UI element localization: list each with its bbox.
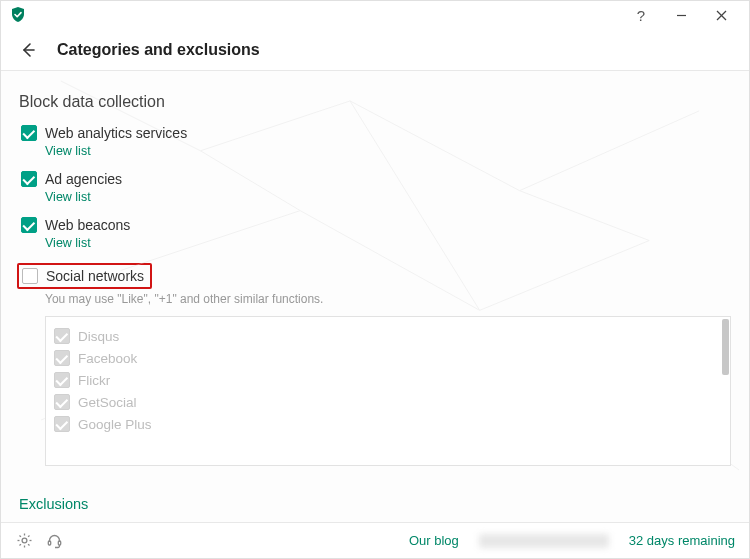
exclusions-link[interactable]: Exclusions: [19, 496, 88, 512]
checkbox-facebook: [54, 350, 70, 366]
svg-rect-14: [58, 541, 60, 545]
category-social-networks: Social networks You may use "Like", "+1"…: [19, 263, 731, 466]
view-list-link-ad-agencies[interactable]: View list: [45, 190, 91, 204]
blog-link[interactable]: Our blog: [409, 533, 459, 548]
category-label: Web beacons: [45, 217, 130, 233]
content-area: Block data collection Web analytics serv…: [1, 71, 749, 522]
page-title: Categories and exclusions: [57, 41, 260, 59]
social-hint-text: You may use "Like", "+1" and other simil…: [45, 292, 731, 306]
category-web-beacons: Web beacons View list: [19, 217, 731, 251]
checkbox-disqus: [54, 328, 70, 344]
list-item[interactable]: Google Plus: [54, 413, 722, 435]
help-button[interactable]: ?: [621, 2, 661, 28]
checkbox-web-analytics[interactable]: [21, 125, 37, 141]
license-remaining-link[interactable]: 32 days remaining: [629, 533, 735, 548]
list-item-label: Flickr: [78, 373, 110, 388]
social-networks-list-panel: Disqus Facebook Flickr GetSocial: [45, 316, 731, 466]
checkbox-ad-agencies[interactable]: [21, 171, 37, 187]
titlebar: ?: [1, 1, 749, 29]
view-list-link-web-beacons[interactable]: View list: [45, 236, 91, 250]
minimize-button[interactable]: [661, 2, 701, 28]
gear-icon[interactable]: [15, 532, 33, 550]
list-item-label: Facebook: [78, 351, 137, 366]
svg-point-4: [22, 538, 27, 543]
svg-line-12: [19, 544, 20, 545]
svg-line-11: [28, 536, 29, 537]
list-item[interactable]: Flickr: [54, 369, 722, 391]
app-window: ? Categories and exclusions: [0, 0, 750, 559]
svg-rect-13: [48, 541, 50, 545]
list-item-label: Disqus: [78, 329, 119, 344]
list-item[interactable]: GetSocial: [54, 391, 722, 413]
header-row: Categories and exclusions: [1, 29, 749, 71]
account-email-blurred[interactable]: [479, 534, 609, 548]
checkbox-getsocial: [54, 394, 70, 410]
svg-line-9: [19, 536, 20, 537]
section-title: Block data collection: [19, 93, 731, 111]
list-item-label: GetSocial: [78, 395, 137, 410]
checkbox-social-networks[interactable]: [22, 268, 38, 284]
list-item[interactable]: Facebook: [54, 347, 722, 369]
category-label: Web analytics services: [45, 125, 187, 141]
view-list-link-web-analytics[interactable]: View list: [45, 144, 91, 158]
scrollbar-thumb[interactable]: [722, 319, 729, 375]
category-label: Ad agencies: [45, 171, 122, 187]
category-label: Social networks: [46, 268, 144, 284]
app-shield-icon: [9, 6, 27, 24]
headset-icon[interactable]: [45, 532, 63, 550]
category-web-analytics: Web analytics services View list: [19, 125, 731, 159]
checkbox-flickr: [54, 372, 70, 388]
back-button[interactable]: [17, 39, 39, 61]
category-ad-agencies: Ad agencies View list: [19, 171, 731, 205]
checkbox-web-beacons[interactable]: [21, 217, 37, 233]
highlight-social-networks: Social networks: [17, 263, 152, 289]
list-item[interactable]: Disqus: [54, 325, 722, 347]
svg-line-10: [28, 544, 29, 545]
close-button[interactable]: [701, 2, 741, 28]
checkbox-google-plus: [54, 416, 70, 432]
footer: Our blog 32 days remaining: [1, 522, 749, 558]
list-item-label: Google Plus: [78, 417, 152, 432]
